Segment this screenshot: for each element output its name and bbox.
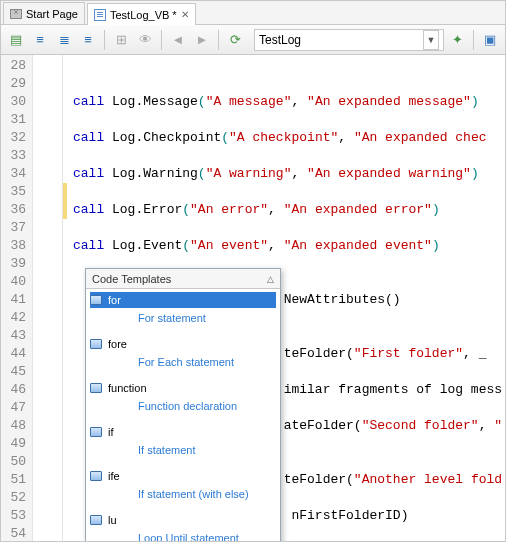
- separator: [218, 30, 219, 50]
- popup-header[interactable]: Code Templates △: [86, 269, 280, 289]
- template-item-if[interactable]: if If statement: [86, 421, 280, 465]
- template-item-ife[interactable]: ife If statement (with else): [86, 465, 280, 509]
- marker-gutter: [33, 55, 63, 541]
- template-icon: [90, 339, 102, 349]
- template-icon: [90, 427, 102, 437]
- template-icon: [90, 295, 102, 305]
- template-icon: [90, 383, 102, 393]
- align-left-button[interactable]: ≡: [29, 29, 51, 51]
- refresh-button[interactable]: ⟳: [224, 29, 246, 51]
- separator: [104, 30, 105, 50]
- line-number-gutter: 282930 313233 343536 373839 404142 43444…: [1, 55, 33, 541]
- toolbar: ▤ ≡ ≣ ≡ ⊞ 👁 ◄ ► ⟳ TestLog ▼ ✦ ▣: [1, 25, 505, 55]
- sort-icon[interactable]: △: [267, 270, 274, 288]
- template-list[interactable]: for For statement fore For Each statemen…: [86, 289, 280, 542]
- watch-button[interactable]: 👁: [134, 29, 156, 51]
- tab-label: Start Page: [26, 8, 78, 20]
- tab-bar: Start Page TestLog_VB * ✕: [1, 1, 505, 25]
- chevron-down-icon[interactable]: ▼: [423, 30, 439, 50]
- template-item-function[interactable]: function Function declaration: [86, 377, 280, 421]
- goto-button[interactable]: ✦: [446, 29, 468, 51]
- separator: [473, 30, 474, 50]
- panel-button[interactable]: ▣: [479, 29, 501, 51]
- home-icon: [10, 9, 22, 19]
- combo-text: TestLog: [259, 33, 301, 47]
- code-templates-popup: Code Templates △ for For statement fore …: [85, 268, 281, 542]
- tab-label: TestLog_VB *: [110, 9, 177, 21]
- align-right-button[interactable]: ≡: [77, 29, 99, 51]
- routine-selector[interactable]: TestLog ▼: [254, 29, 444, 51]
- template-item-lu[interactable]: lu Loop Until statement: [86, 509, 280, 542]
- popup-title: Code Templates: [92, 270, 171, 288]
- tab-testlog-vb[interactable]: TestLog_VB * ✕: [87, 3, 196, 25]
- template-icon: [90, 515, 102, 525]
- toggle-button[interactable]: ⊞: [110, 29, 132, 51]
- code-editor[interactable]: 282930 313233 343536 373839 404142 43444…: [1, 55, 505, 541]
- nav-back-button[interactable]: ◄: [167, 29, 189, 51]
- tab-start-page[interactable]: Start Page: [3, 2, 85, 24]
- template-item-for[interactable]: for For statement: [86, 289, 280, 333]
- indent-guides-button[interactable]: ▤: [5, 29, 27, 51]
- close-icon[interactable]: ✕: [181, 9, 189, 20]
- align-center-button[interactable]: ≣: [53, 29, 75, 51]
- template-item-fore[interactable]: fore For Each statement: [86, 333, 280, 377]
- separator: [161, 30, 162, 50]
- template-icon: [90, 471, 102, 481]
- nav-fwd-button[interactable]: ►: [191, 29, 213, 51]
- script-icon: [94, 9, 106, 21]
